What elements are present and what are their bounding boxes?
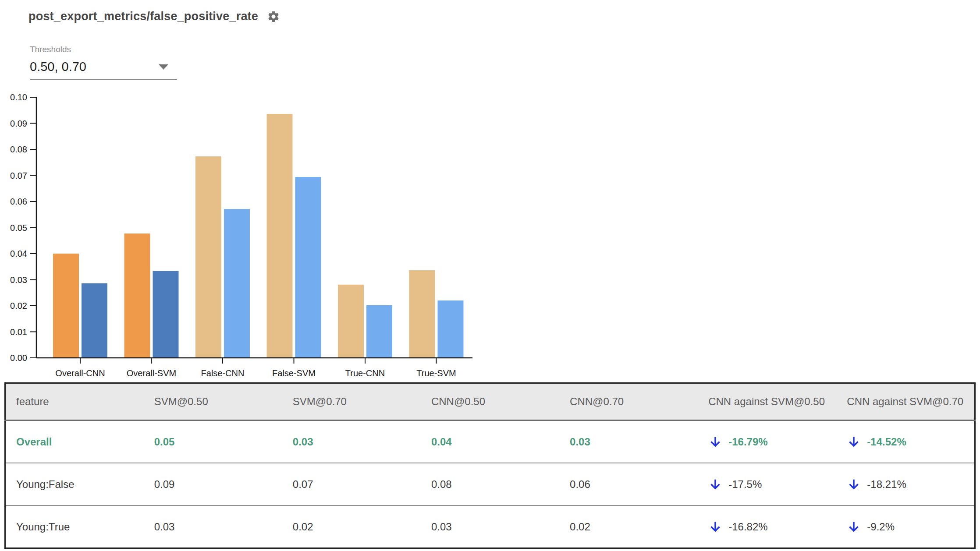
comparison-percent: -18.21% — [867, 478, 906, 491]
comparison-percent: -17.5% — [728, 478, 762, 491]
bar-True-SVM-threshold-0.70[interactable] — [438, 300, 464, 358]
bar-Overall-SVM-threshold-0.70[interactable] — [153, 271, 179, 358]
metric-value-cell: 0.02 — [282, 505, 421, 548]
bar-True-CNN-threshold-0.70[interactable] — [366, 305, 392, 358]
x-axis-category-label: True-SVM — [416, 368, 456, 378]
y-axis-tick-label: 0.04 — [10, 249, 27, 258]
bar-True-CNN-threshold-0.50[interactable] — [338, 285, 364, 358]
y-axis-tick-label: 0.05 — [10, 223, 27, 233]
metrics-table: featureSVM@0.50SVM@0.70CNN@0.50CNN@0.70C… — [4, 382, 976, 549]
column-header-cnn-against-svm-0-50[interactable]: CNN against SVM@0.50 — [698, 383, 836, 420]
column-header-svm-0-50[interactable]: SVM@0.50 — [144, 383, 282, 420]
x-axis-category-label: Overall-SVM — [127, 368, 176, 378]
metric-value-cell: 0.03 — [559, 420, 698, 463]
column-header-feature[interactable]: feature — [5, 383, 144, 420]
metric-value-cell: 0.07 — [282, 463, 421, 505]
arrow-down-icon — [847, 477, 861, 491]
table-row-overall[interactable]: Overall0.050.030.040.03-16.79%-14.52% — [5, 420, 975, 463]
settings-button[interactable] — [267, 10, 280, 23]
bar-False-CNN-threshold-0.50[interactable] — [195, 156, 221, 358]
column-header-cnn-0-70[interactable]: CNN@0.70 — [559, 383, 698, 420]
column-header-svm-0-70[interactable]: SVM@0.70 — [282, 383, 421, 420]
arrow-down-icon — [708, 477, 722, 491]
metric-value-cell: 0.09 — [144, 463, 282, 505]
arrow-down-icon — [708, 435, 722, 449]
metric-value-cell: 0.08 — [421, 463, 559, 505]
metric-value-cell: 0.05 — [144, 420, 282, 463]
y-axis-tick-label: 0.07 — [10, 171, 27, 180]
column-header-cnn-0-50[interactable]: CNN@0.50 — [421, 383, 559, 420]
comparison-cell: -16.82% — [698, 505, 836, 548]
dropdown-arrow-icon — [159, 64, 168, 70]
metric-value-cell: 0.02 — [559, 505, 698, 548]
comparison-percent: -16.79% — [728, 436, 767, 448]
bar-Overall-CNN-threshold-0.50[interactable] — [53, 254, 79, 358]
feature-cell: Young:False — [5, 463, 144, 505]
comparison-percent: -9.2% — [867, 521, 895, 533]
metric-value-cell: 0.04 — [421, 420, 559, 463]
comparison-cell: -17.5% — [698, 463, 836, 505]
comparison-cell: -16.79% — [698, 420, 836, 463]
x-axis-category-label: False-SVM — [272, 368, 316, 378]
thresholds-label: Thresholds — [30, 45, 177, 54]
bar-False-SVM-threshold-0.70[interactable] — [295, 177, 321, 358]
thresholds-control: Thresholds 0.50, 0.70 — [30, 45, 177, 80]
page-title: post_export_metrics/false_positive_rate — [28, 10, 258, 23]
arrow-down-icon — [847, 520, 861, 534]
arrow-down-icon — [847, 435, 861, 449]
gear-icon — [267, 10, 280, 23]
thresholds-value: 0.50, 0.70 — [30, 60, 86, 74]
metric-value-cell: 0.03 — [282, 420, 421, 463]
y-axis-tick-label: 0.09 — [10, 119, 27, 128]
arrow-down-icon — [708, 520, 722, 534]
y-axis-tick-label: 0.02 — [10, 301, 27, 311]
comparison-percent: -16.82% — [728, 521, 767, 533]
bar-Overall-CNN-threshold-0.70[interactable] — [82, 283, 107, 358]
x-axis-category-label: True-CNN — [345, 368, 385, 378]
y-axis-tick-label: 0.00 — [10, 353, 27, 363]
comparison-percent: -14.52% — [867, 436, 906, 448]
table-row-young-true[interactable]: Young:True0.030.020.030.02-16.82%-9.2% — [5, 505, 975, 548]
comparison-cell: -18.21% — [836, 463, 975, 505]
bar-False-SVM-threshold-0.50[interactable] — [267, 114, 293, 358]
feature-cell: Young:True — [5, 505, 144, 548]
thresholds-select[interactable]: 0.50, 0.70 — [30, 56, 177, 80]
x-axis-category-label: Overall-CNN — [55, 368, 105, 378]
column-header-cnn-against-svm-0-70[interactable]: CNN against SVM@0.70 — [836, 383, 975, 420]
metric-value-cell: 0.03 — [421, 505, 559, 548]
comparison-cell: -9.2% — [836, 505, 975, 548]
x-axis-category-label: False-CNN — [201, 368, 245, 378]
table-header-row: featureSVM@0.50SVM@0.70CNN@0.50CNN@0.70C… — [5, 383, 975, 420]
metric-value-cell: 0.06 — [559, 463, 698, 505]
y-axis-tick-label: 0.08 — [10, 145, 27, 154]
y-axis-tick-label: 0.10 — [10, 92, 27, 102]
bar-Overall-SVM-threshold-0.50[interactable] — [124, 233, 150, 358]
comparison-cell: -14.52% — [836, 420, 975, 463]
y-axis-tick-label: 0.01 — [10, 327, 27, 337]
feature-cell: Overall — [5, 420, 144, 463]
y-axis-tick-label: 0.06 — [10, 197, 27, 206]
bar-False-CNN-threshold-0.70[interactable] — [224, 209, 250, 358]
metric-value-cell: 0.03 — [144, 505, 282, 548]
table-row-young-false[interactable]: Young:False0.090.070.080.06-17.5%-18.21% — [5, 463, 975, 505]
bar-True-SVM-threshold-0.50[interactable] — [409, 270, 435, 358]
metric-header: post_export_metrics/false_positive_rate — [28, 10, 280, 23]
false-positive-rate-bar-chart: 0.000.010.020.030.040.050.060.070.080.09… — [0, 88, 495, 381]
y-axis-tick-label: 0.03 — [10, 275, 27, 285]
